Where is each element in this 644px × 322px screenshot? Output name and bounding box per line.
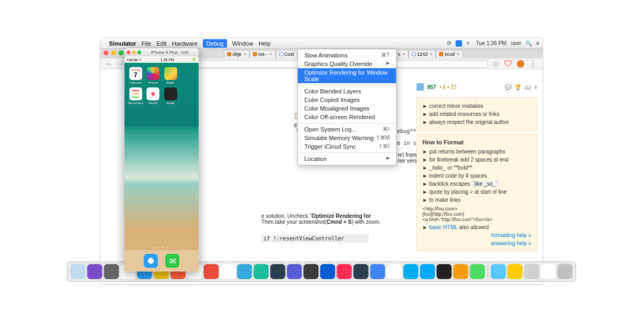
dock-app[interactable]: [491, 264, 506, 279]
menu-dots-icon[interactable]: ⋮: [529, 58, 537, 69]
menu-item[interactable]: Graphics Quality Override: [298, 60, 396, 68]
app-name[interactable]: Simulator: [109, 40, 136, 47]
dock-app[interactable]: [387, 264, 402, 279]
dock-app[interactable]: [508, 264, 523, 279]
dock-app[interactable]: [420, 264, 435, 279]
toolbar-icon[interactable]: 🏆: [515, 84, 521, 90]
ios-dock: ✉: [125, 250, 199, 272]
menu-item[interactable]: Color Off-screen Rendered: [298, 113, 396, 121]
menu-item[interactable]: Color Copied Images: [298, 96, 396, 104]
dock-app[interactable]: [304, 264, 319, 279]
app-reminders[interactable]: Reminders: [128, 87, 143, 105]
window-controls[interactable]: [104, 50, 123, 55]
dock-app[interactable]: [541, 264, 556, 279]
dock-app[interactable]: [270, 264, 286, 279]
dock-app[interactable]: [104, 264, 119, 279]
star-icon[interactable]: ☆: [492, 58, 500, 69]
tray-icon[interactable]: ⟳: [447, 40, 451, 46]
dock-app[interactable]: [404, 264, 419, 279]
menu-window[interactable]: Window: [232, 40, 253, 47]
toolbar-icon[interactable]: 📖: [524, 84, 531, 90]
menu-item[interactable]: Simulate Memory Warning⇧⌘M: [298, 134, 396, 142]
basic-html-link[interactable]: basic HTML: [429, 224, 458, 230]
ios-simulator-window: iPhone 8 Plus - iOS Carrier ᯤ 1:26 PM 🔋 …: [125, 48, 199, 272]
menu-help[interactable]: Help: [259, 40, 271, 47]
app-health[interactable]: ♥Health: [145, 87, 160, 105]
clock: Tue 1:26 PM: [476, 40, 507, 46]
menu-icon[interactable]: ≡: [536, 40, 539, 46]
search-icon[interactable]: 🔍: [525, 40, 532, 46]
tab[interactable]: ios -×: [250, 50, 275, 58]
dock-app[interactable]: [470, 264, 485, 279]
edit-tips: correct minor mistakes add related resou…: [416, 97, 537, 131]
window-controls[interactable]: [127, 50, 141, 54]
dock-app[interactable]: [204, 264, 219, 279]
app-maps[interactable]: Maps: [163, 67, 178, 84]
wifi-icon[interactable]: ᯤ: [466, 40, 472, 46]
dock-app[interactable]: [453, 264, 469, 279]
menu-edit[interactable]: Edit: [156, 40, 166, 47]
dock-messages[interactable]: ✉: [165, 254, 179, 268]
menubar-tray: ⟳ ᯤ Tue 1:26 PM user 🔍 ≡: [447, 40, 539, 47]
user-stats: 957 • 6 • 22 💬 🏆 📖 ≡: [416, 80, 537, 94]
dock-app[interactable]: [221, 264, 236, 279]
menu-item[interactable]: Color Misaligned Images: [298, 104, 396, 113]
menu-item[interactable]: Color Blended Layers: [298, 87, 396, 96]
app-calendar[interactable]: Tuesday7Calendar: [128, 67, 143, 84]
back-button[interactable]: ←: [106, 60, 113, 68]
dock-app[interactable]: [558, 264, 573, 279]
dock-safari[interactable]: [144, 254, 158, 268]
profile-icon[interactable]: [416, 83, 424, 91]
menu-item[interactable]: Slow Animations⌘T: [298, 51, 396, 60]
dock-app[interactable]: [254, 264, 269, 279]
toolbar-icon[interactable]: 💬: [505, 84, 511, 90]
user-label[interactable]: user: [511, 40, 521, 46]
ios-statusbar: Carrier ᯤ 1:26 PM 🔋: [125, 56, 199, 63]
answering-help-link[interactable]: answering help »: [422, 240, 531, 246]
menu-item[interactable]: Open System Log...⌘/: [298, 125, 396, 134]
ios-home-screen[interactable]: Tuesday7Calendar Photos Maps Reminders ♥…: [125, 63, 199, 272]
tray-icon[interactable]: [456, 40, 462, 47]
dock-app[interactable]: [354, 264, 369, 279]
menu-file[interactable]: File: [142, 40, 151, 47]
dock-app[interactable]: [370, 264, 385, 279]
forward-button[interactable]: →: [117, 60, 124, 68]
app-wallet[interactable]: Wallet: [163, 87, 178, 105]
tab[interactable]: 1242×: [408, 50, 436, 58]
menu-item-highlighted[interactable]: Optimize Rendering for Window Scale: [298, 68, 396, 83]
toolbar-icon[interactable]: ≡: [534, 84, 537, 90]
dock-app[interactable]: [524, 264, 539, 279]
macos-menubar: Simulator File Edit Hardware Debug Windo…: [100, 38, 543, 49]
dock-app[interactable]: [237, 264, 252, 279]
extension-icon[interactable]: 🛡: [504, 59, 513, 69]
dock-app[interactable]: [437, 264, 452, 279]
app-photos[interactable]: Photos: [145, 67, 160, 84]
menu-item[interactable]: Location: [298, 155, 396, 163]
extension-icon[interactable]: [517, 60, 524, 68]
menu-hardware[interactable]: Hardware: [172, 40, 197, 47]
dock-app[interactable]: [287, 264, 302, 279]
dock-app[interactable]: [87, 264, 103, 279]
so-sidebar: 957 • 6 • 22 💬 🏆 📖 ≡ correct minor mista…: [416, 80, 537, 251]
dock-app[interactable]: [320, 264, 335, 279]
debug-menu-dropdown: Slow Animations⌘T Graphics Quality Overr…: [297, 49, 397, 165]
menu-debug[interactable]: Debug: [203, 39, 226, 48]
dock-app[interactable]: [71, 264, 86, 279]
menu-item[interactable]: Trigger iCloud Sync⇧⌘I: [298, 142, 396, 151]
format-help: How to Format put returns between paragr…: [416, 134, 537, 251]
page-indicator[interactable]: • • • •: [125, 246, 199, 249]
tab[interactable]: obje×: [224, 50, 250, 58]
dock-app[interactable]: [337, 264, 352, 279]
formatting-help-link[interactable]: formatting help »: [422, 232, 531, 238]
tab[interactable]: xcod×: [436, 50, 463, 58]
sim-title: iPhone 8 Plus - iOS: [143, 50, 196, 55]
